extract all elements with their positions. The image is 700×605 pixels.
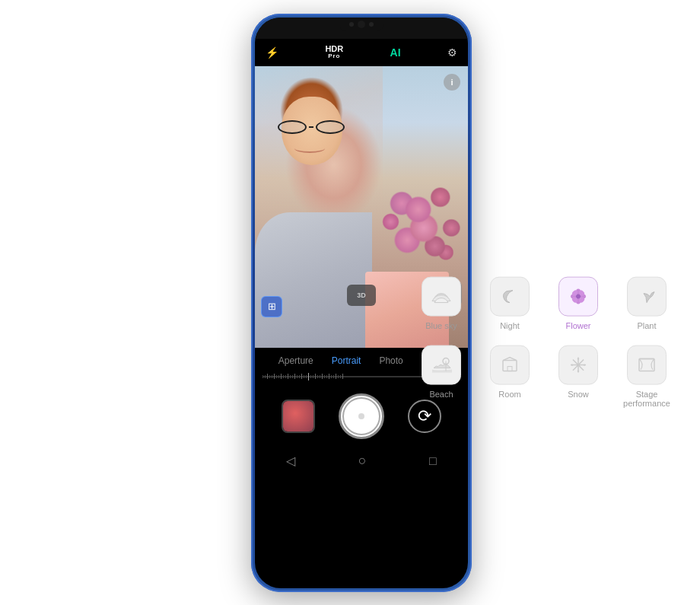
settings-icon[interactable]: ⚙ [447,46,457,59]
stage-performance-icon [627,345,667,384]
svg-point-19 [578,358,579,359]
svg-rect-13 [508,366,512,371]
notch-bar [255,18,468,39]
snow-label: Snow [568,389,589,398]
svg-rect-12 [503,360,517,371]
flower-icon [558,276,598,316]
night-label: Night [500,320,520,330]
plant-label: Plant [637,320,656,330]
svg-point-22 [584,364,585,365]
shutter-inner [342,397,380,435]
beach-icon [422,345,461,384]
shutter-button[interactable] [339,393,384,439]
main-scene: ⚡ HDR Pro AI ⚙ [0,0,700,605]
tab-aperture[interactable]: Aperture [269,355,323,366]
smile [294,144,325,153]
scene-item-snow[interactable]: Snow [548,345,609,407]
svg-point-18 [577,363,580,366]
navigation-bar: ◁ ○ □ [255,447,468,476]
beach-label: Beach [429,389,453,398]
tab-portrait[interactable]: Portrait [323,355,371,366]
sweater [255,212,372,348]
scene-icons-panel: Blue sky Night [411,276,677,407]
svg-point-21 [571,364,573,365]
hdr-label[interactable]: HDR Pro [325,44,343,60]
snow-icon [558,345,598,384]
selfie-icon: ⟳ [418,406,431,426]
3d-mode-btn[interactable]: 3D [347,285,376,306]
ai-icon: AI [390,46,401,59]
3d-label: 3D [357,291,366,299]
grid-icon-btn[interactable]: ⊞ [261,296,282,317]
scene-item-blue-sky[interactable]: Blue sky [411,276,472,330]
tab-photo[interactable]: Photo [370,355,412,366]
night-icon [490,276,530,316]
scene-item-stage-performance[interactable]: Stage performance [616,345,677,407]
stage-performance-label: Stage performance [616,389,677,407]
gallery-thumbnail[interactable] [282,400,315,433]
svg-point-9 [576,294,581,298]
recent-apps-button[interactable]: □ [429,454,437,468]
side-icons-left: ⊞ [261,296,282,317]
flower-label: Flower [565,320,590,330]
scene-item-flower[interactable]: Flower [548,276,609,330]
sensor-dot [369,22,374,27]
scene-item-night[interactable]: Night [479,276,540,330]
front-camera-notch [339,18,384,31]
blue-sky-label: Blue sky [425,320,457,330]
status-bar: ⚡ HDR Pro AI ⚙ [255,39,468,66]
camera-lens [358,21,365,28]
scene-item-room[interactable]: Room [479,345,540,407]
room-label: Room [498,389,520,398]
info-button[interactable]: i [444,74,460,91]
plant-icon [627,276,667,316]
flash-icon[interactable]: ⚡ [266,46,278,59]
scene-item-plant[interactable]: Plant [616,276,677,330]
room-icon [490,345,530,384]
back-button[interactable]: ◁ [286,454,295,468]
blue-sky-icon [422,276,461,316]
camera-dot [349,22,354,27]
scene-item-beach[interactable]: Beach [411,345,472,407]
svg-point-20 [578,370,579,371]
glasses [278,119,350,135]
home-button[interactable]: ○ [358,453,367,469]
